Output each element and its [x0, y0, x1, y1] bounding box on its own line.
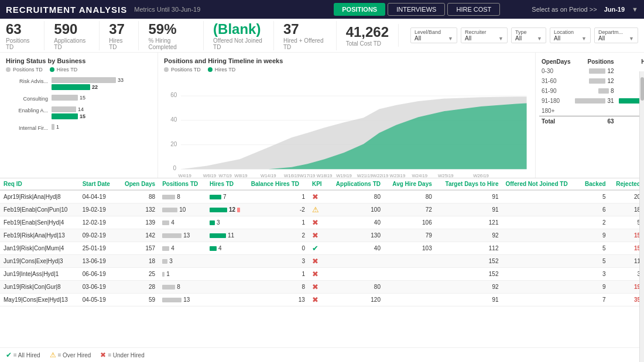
summary-row-31-60: 31-60 12: [539, 76, 644, 86]
filter-bar: Level/Band All ▼ Recruiter All ▼ Type Al…: [410, 27, 638, 43]
filter-level-band[interactable]: Level/Band All ▼: [410, 27, 457, 43]
svg-text:W26|19: W26|19: [473, 173, 489, 177]
svg-text:W24|19: W24|19: [412, 173, 427, 177]
svg-text:W23|19: W23|19: [390, 173, 406, 177]
metric-hired-offered: 37 Hired + Offered TD: [283, 21, 337, 50]
bar-risk-positions-val: 33: [118, 77, 124, 83]
cell-target-days: 92: [436, 229, 502, 242]
cell-avg-hire: [384, 294, 436, 306]
cell-req-id: Jan19|Risk|Con|Mum|4: [0, 242, 79, 255]
metric-offered-nj-val: (Blank): [213, 21, 264, 37]
cell-positions-td: 8: [159, 190, 206, 204]
tl-legend-positions-dot: [164, 67, 169, 72]
hire-cost-button[interactable]: HIRE COST: [447, 3, 500, 16]
svg-text:W14|19: W14|19: [261, 173, 276, 177]
data-table: Req ID Start Date Open Days Positions TD…: [0, 178, 644, 306]
period-dropdown-icon[interactable]: ▼: [632, 6, 638, 13]
table-scroll-container[interactable]: Req ID Start Date Open Days Positions TD…: [0, 178, 644, 347]
bar-row-consulting: Consulting 15: [6, 95, 152, 102]
cell-start-date: 09-02-19: [79, 229, 117, 242]
filter-type-val: All: [515, 35, 537, 42]
cell-apps-td: 40: [327, 216, 384, 229]
timeline-svg: 0 20 40 60 W4|19: [164, 75, 529, 177]
metric-applications-label: Applications TD: [54, 37, 90, 50]
metric-hired-offered-val: 37: [283, 21, 327, 37]
summary-col-hired: Hired: [616, 57, 644, 66]
cell-balance: 1: [248, 190, 309, 204]
svg-text:20: 20: [170, 141, 177, 147]
svg-text:W18|19: W18|19: [317, 173, 333, 177]
cell-avg-hire: [384, 268, 436, 281]
summary-pos-61-90: 8: [573, 86, 616, 96]
summary-row-61-90: 61-90 8 7: [539, 86, 644, 96]
cell-apps-td: 80: [327, 190, 384, 204]
cell-target-days: 152: [436, 255, 502, 268]
data-table-section: Req ID Start Date Open Days Positions TD…: [0, 178, 644, 362]
bar-enabling-positions-val: 14: [78, 106, 84, 112]
filter-level-band-arrow: ▼: [448, 36, 453, 42]
table-row: Jan19|Risk|Con|Mum|4 25-01-19 157 4 4 0 …: [0, 242, 644, 255]
col-backed: Backed: [578, 178, 609, 190]
svg-text:W6|19: W6|19: [203, 173, 216, 177]
cell-offered-nj: [502, 190, 579, 204]
cell-start-date: 19-02-19: [79, 204, 117, 216]
bar-risk-hires-val: 22: [92, 84, 98, 90]
cell-hires-td: 3: [206, 216, 248, 229]
filter-department[interactable]: Departm... All ▼: [594, 27, 638, 43]
cell-apps-td: 40: [327, 242, 384, 255]
metrics-subtitle: Metrics Until 30-Jun-19: [134, 6, 200, 13]
cell-req-id: Apr19|Risk|Ana|Hyd|8: [0, 190, 79, 204]
positions-button[interactable]: POSITIONS: [334, 3, 385, 16]
cell-kpi: ✖: [309, 268, 327, 281]
bar-internal-positions-val: 1: [56, 124, 59, 130]
cell-hires-td: [206, 281, 248, 294]
legend-all-hired: ✔ = All Hired: [6, 351, 40, 359]
col-kpi: KPI: [309, 178, 327, 190]
svg-text:40: 40: [170, 116, 177, 123]
bar-label-internal: Internal Fir...: [6, 124, 48, 131]
cell-start-date: 13-06-19: [79, 255, 117, 268]
main-content: Hiring Status by Business Positions TD H…: [0, 53, 644, 362]
cell-apps-td: 100: [327, 204, 384, 216]
cell-offered-nj: [502, 294, 579, 306]
filter-location[interactable]: Location All ▼: [550, 27, 591, 43]
cell-req-id: Feb19|Enab|Sen|Hyd|4: [0, 216, 79, 229]
cell-start-date: 25-01-19: [79, 242, 117, 255]
summary-range-61-90: 61-90: [539, 86, 573, 96]
metric-hiring-pct-label: % Hiring Completed: [148, 37, 194, 50]
cell-start-date: 12-02-19: [79, 216, 117, 229]
svg-text:60: 60: [170, 92, 177, 98]
summary-total-positions: 63: [573, 116, 616, 127]
bar-row-risk: Risk Advis... 33 22: [6, 77, 152, 90]
legend-positions-label: Positions TD: [13, 67, 43, 73]
filter-type-label: Type: [515, 29, 542, 35]
cell-kpi: ✖: [309, 229, 327, 242]
cell-backed: 5: [578, 190, 609, 204]
interviews-button[interactable]: INTERVIEWS: [388, 3, 445, 16]
svg-text:W17|19: W17|19: [300, 173, 316, 177]
cell-balance: 0: [248, 242, 309, 255]
table-header-row: Req ID Start Date Open Days Positions TD…: [0, 178, 644, 190]
filter-level-band-val: All: [415, 35, 448, 42]
cell-backed: 2: [578, 216, 609, 229]
metric-positions-val: 63: [6, 21, 35, 37]
cell-target-days: 152: [436, 268, 502, 281]
summary-pos-31-60: 12: [573, 76, 616, 86]
cell-kpi: ✖: [309, 255, 327, 268]
filter-type[interactable]: Type All ▼: [511, 27, 546, 43]
cell-positions-td: 4: [159, 242, 206, 255]
timeline-title: Positions and Hiring Timeline in weeks: [164, 57, 529, 64]
tl-legend-positions-label: Positions TD: [171, 67, 201, 73]
scrollbar-right[interactable]: [639, 71, 644, 362]
svg-text:0: 0: [173, 165, 177, 171]
summary-range-0-30: 0-30: [539, 66, 573, 76]
cell-target-days: 121: [436, 216, 502, 229]
app-title: RECRUITMENT ANALYSIS: [6, 5, 127, 15]
cell-avg-hire: 79: [384, 229, 436, 242]
cell-start-date: 06-06-19: [79, 268, 117, 281]
cell-avg-hire: 103: [384, 242, 436, 255]
col-avg-hire-days: Avg Hire Days: [384, 178, 436, 190]
cell-positions-td: 13: [159, 294, 206, 306]
cell-target-days: 91: [436, 190, 502, 204]
filter-recruiter[interactable]: Recruiter All ▼: [461, 27, 508, 43]
